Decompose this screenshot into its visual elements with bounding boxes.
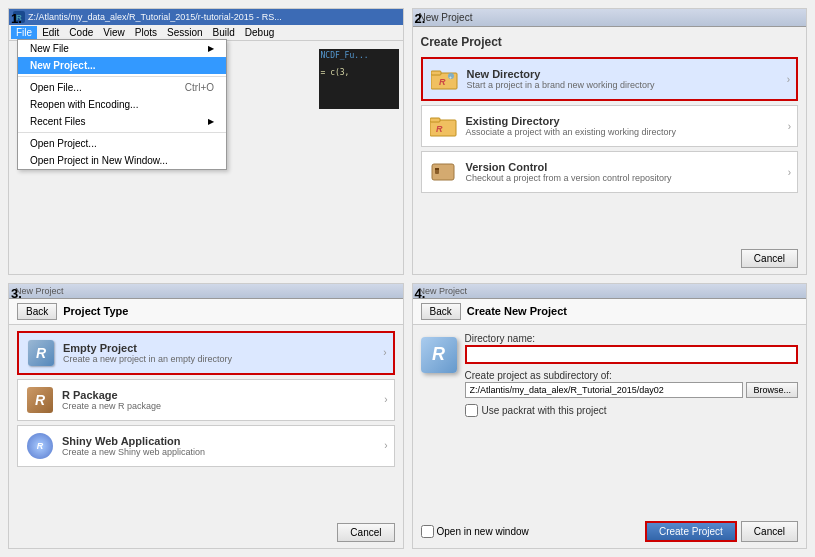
step4-number: 4. [415,286,426,301]
r-package-icon: R [26,386,54,414]
empty-project-icon: R [27,339,55,367]
dialog4-footer: Open in new window Create Project Cancel [421,521,799,542]
r-cube-icon: R [421,333,457,417]
panel-step1: 1. R Z:/Atlantis/my_data_alex/R_Tutorial… [8,8,404,275]
separator2 [18,132,226,133]
step1-number: 1. [11,11,22,26]
panel-step4: 4. New Project Back Create New Project R… [412,283,808,550]
panel-step3: 3. New Project Back Project Type R Empty… [8,283,404,550]
form-fields: Directory name: Create project as subdir… [465,333,799,417]
option2-arrow: › [788,121,791,132]
dialog3-footer: Cancel [337,523,394,542]
dir-name-field: Directory name: [465,333,799,364]
packrat-row: Use packrat with this project [465,404,799,417]
vcs-icon [430,158,458,186]
menu-new-project[interactable]: New Project... [18,57,226,74]
shiny-arrow: › [384,440,387,451]
menu-view[interactable]: View [98,26,130,39]
svg-text:R: R [439,77,446,87]
dialog3-header: Project Type [63,305,128,317]
svg-rect-6 [430,118,440,122]
option1-text: New Directory Start a project in a brand… [467,68,655,90]
dialog4-header: Create New Project [467,305,567,317]
menu-session[interactable]: Session [162,26,208,39]
dialog3-titlebar: New Project [9,284,403,299]
panel-step2: 2. New Project Create Project R + Ne [412,8,808,275]
open-new-window-label: Open in new window [437,526,529,537]
create-project-button[interactable]: Create Project [645,521,737,542]
dialog4-action-buttons: Create Project Cancel [645,521,798,542]
menu-file[interactable]: File [11,26,37,39]
arrow-icon: ▶ [208,44,214,53]
menu-new-file[interactable]: New File ▶ [18,40,226,57]
arrow-icon: ▶ [208,117,214,126]
subdir-field: Create project as subdirectory of: Brows… [465,370,799,398]
menu-plots[interactable]: Plots [130,26,162,39]
existing-dir-icon: R [430,112,458,140]
option-r-package[interactable]: R R Package Create a new R package › [17,379,395,421]
dialog4-cancel-button[interactable]: Cancel [741,521,798,542]
packrat-label: Use packrat with this project [482,405,607,416]
menu-reopen-encoding[interactable]: Reopen with Encoding... [18,96,226,113]
dialog2-cancel-button[interactable]: Cancel [741,249,798,268]
dialog2-title: New Project [419,12,473,23]
open-new-window-checkbox[interactable] [421,525,434,538]
rstudio-title-text: Z:/Atlantis/my_data_alex/R_Tutorial_2015… [28,12,282,22]
dir-name-input[interactable] [465,345,799,364]
svg-rect-10 [435,168,439,170]
dialog4-titlebar: New Project [413,284,807,299]
option1-arrow: › [787,74,790,85]
svg-text:+: + [449,74,452,80]
option-existing-directory[interactable]: R Existing Directory Associate a project… [421,105,799,147]
option-empty-project[interactable]: R Empty Project Create a new project in … [17,331,395,375]
dialog2-footer: Cancel [741,249,798,268]
subdir-label: Create project as subdirectory of: [465,370,799,381]
dialog3-title: New Project [15,286,64,296]
browse-button[interactable]: Browse... [746,382,798,398]
svg-text:R: R [436,124,443,134]
option-version-control[interactable]: Version Control Checkout a project from … [421,151,799,193]
dialog3-back-button[interactable]: Back [17,303,57,320]
subdir-row: Browse... [465,382,799,398]
dialog2-titlebar: New Project [413,9,807,27]
file-dropdown: New File ▶ New Project... Open File... C… [17,39,227,170]
empty-project-arrow: › [383,347,386,358]
subdir-input[interactable] [465,382,744,398]
empty-project-text: Empty Project Create a new project in an… [63,342,232,364]
option2-text: Existing Directory Associate a project w… [466,115,677,137]
step3-number: 3. [11,286,22,301]
dialog3-cancel-button[interactable]: Cancel [337,523,394,542]
open-new-window-row: Open in new window [421,525,529,538]
r-package-arrow: › [384,394,387,405]
new-dir-icon: R + [431,65,459,93]
dir-name-label: Directory name: [465,333,799,344]
shiny-text: Shiny Web Application Create a new Shiny… [62,435,205,457]
dialog3-content: R Empty Project Create a new project in … [9,325,403,479]
option3-text: Version Control Checkout a project from … [466,161,672,183]
step2-number: 2. [415,11,426,26]
option-shiny[interactable]: R Shiny Web Application Create a new Shi… [17,425,395,467]
code-area: NCDF_Fu... = c(3, [319,49,399,109]
menu-open-project[interactable]: Open Project... [18,135,226,152]
dialog4-back-button[interactable]: Back [421,303,461,320]
dialog2-content: Create Project R + New Directory Start a… [413,27,807,205]
dialog3-panel-header: Back Project Type [9,299,403,325]
dialog4-title: New Project [419,286,468,296]
menu-code[interactable]: Code [64,26,98,39]
menu-edit[interactable]: Edit [37,26,64,39]
rstudio-titlebar: R Z:/Atlantis/my_data_alex/R_Tutorial_20… [9,9,403,25]
svg-rect-1 [431,71,441,75]
shiny-icon: R [26,432,54,460]
option3-arrow: › [788,167,791,178]
option-new-directory[interactable]: R + New Directory Start a project in a b… [421,57,799,101]
menu-recent-files[interactable]: Recent Files ▶ [18,113,226,130]
separator1 [18,76,226,77]
menu-debug[interactable]: Debug [240,26,279,39]
menu-build[interactable]: Build [208,26,240,39]
dialog4-content: R Directory name: Create project as subd… [413,325,807,425]
dialog2-header: Create Project [421,35,799,49]
packrat-checkbox[interactable] [465,404,478,417]
menu-open-project-new-window[interactable]: Open Project in New Window... [18,152,226,169]
r-package-text: R Package Create a new R package [62,389,161,411]
menu-open-file[interactable]: Open File... Ctrl+O [18,79,226,96]
